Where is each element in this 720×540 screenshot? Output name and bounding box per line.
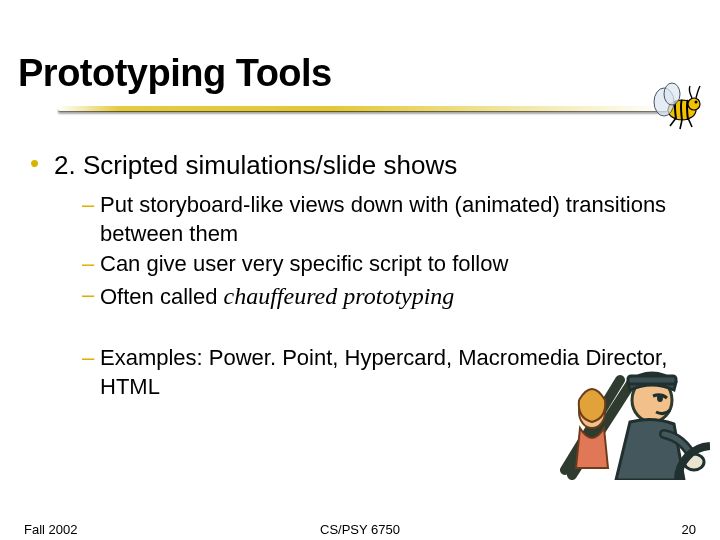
chauffeur-clipart-icon <box>560 340 710 480</box>
gt-buzz-logo-icon <box>642 82 706 132</box>
svg-point-2 <box>664 83 680 105</box>
sub-bullet: Can give user very specific script to fo… <box>82 250 670 279</box>
sub-bullet-text: Often called <box>100 284 224 309</box>
svg-rect-8 <box>628 376 676 384</box>
svg-point-3 <box>688 98 700 110</box>
title-divider <box>58 106 668 112</box>
bullet-main: 2. Scripted simulations/slide shows <box>30 150 670 181</box>
sub-bullet: Put storyboard-like views down with (ani… <box>82 191 670 248</box>
footer-page-number: 20 <box>682 522 696 537</box>
sub-bullet-italic: chauffeured prototyping <box>224 283 455 309</box>
slide-title: Prototyping Tools <box>18 52 332 95</box>
svg-point-4 <box>695 101 698 104</box>
sub-bullet: Often called chauffeured prototyping <box>82 281 670 312</box>
footer-center: CS/PSY 6750 <box>0 522 720 537</box>
